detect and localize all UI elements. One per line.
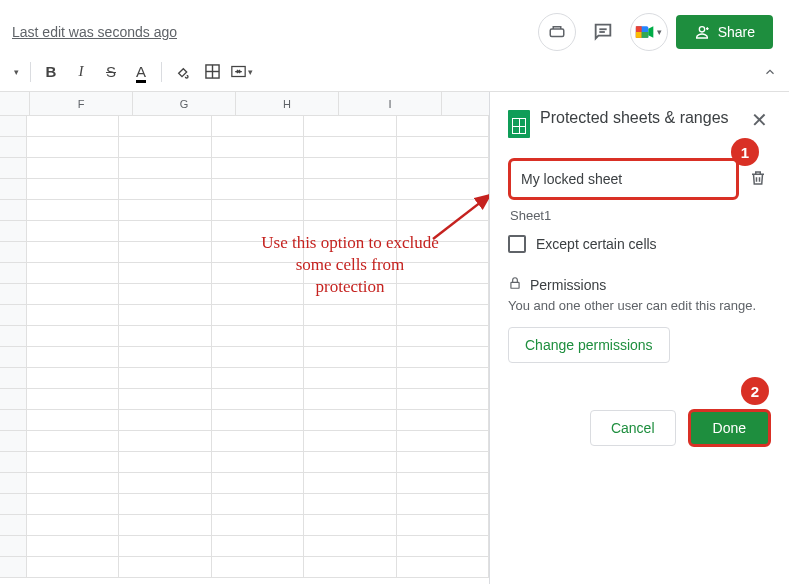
row-number[interactable] xyxy=(0,158,27,179)
row-number[interactable] xyxy=(0,515,27,536)
merge-cells-button[interactable] xyxy=(228,59,256,85)
cell[interactable] xyxy=(119,179,211,200)
cell[interactable] xyxy=(119,284,211,305)
cell[interactable] xyxy=(27,473,119,494)
cell[interactable] xyxy=(119,305,211,326)
cell[interactable] xyxy=(304,158,396,179)
row-number[interactable] xyxy=(0,242,27,263)
font-dropdown[interactable] xyxy=(6,59,24,85)
cell[interactable] xyxy=(212,116,304,137)
cell[interactable] xyxy=(304,557,396,578)
cell[interactable] xyxy=(397,326,489,347)
cell[interactable] xyxy=(212,305,304,326)
cell[interactable] xyxy=(212,179,304,200)
row-number[interactable] xyxy=(0,347,27,368)
cell[interactable] xyxy=(304,515,396,536)
cell[interactable] xyxy=(119,536,211,557)
change-permissions-button[interactable]: Change permissions xyxy=(508,327,670,363)
row-number[interactable] xyxy=(0,494,27,515)
cell[interactable] xyxy=(212,347,304,368)
cell[interactable] xyxy=(119,452,211,473)
cell[interactable] xyxy=(212,200,304,221)
cell[interactable] xyxy=(397,452,489,473)
cell[interactable] xyxy=(27,158,119,179)
text-color-button[interactable]: A xyxy=(127,59,155,85)
cell[interactable] xyxy=(304,116,396,137)
cell[interactable] xyxy=(212,473,304,494)
cell[interactable] xyxy=(397,116,489,137)
cell[interactable] xyxy=(397,431,489,452)
cell[interactable] xyxy=(397,368,489,389)
cell[interactable] xyxy=(304,305,396,326)
row-number[interactable] xyxy=(0,284,27,305)
cell[interactable] xyxy=(119,410,211,431)
cell[interactable] xyxy=(397,410,489,431)
cell[interactable] xyxy=(119,221,211,242)
delete-icon[interactable] xyxy=(745,164,771,195)
bold-button[interactable]: B xyxy=(37,59,65,85)
cell[interactable] xyxy=(27,536,119,557)
cell[interactable] xyxy=(119,158,211,179)
cell[interactable] xyxy=(212,557,304,578)
cell[interactable] xyxy=(119,263,211,284)
cell[interactable] xyxy=(212,389,304,410)
cell[interactable] xyxy=(119,200,211,221)
row-number[interactable] xyxy=(0,389,27,410)
cell[interactable] xyxy=(27,494,119,515)
done-button[interactable]: Done xyxy=(688,409,771,447)
cell[interactable] xyxy=(304,179,396,200)
meet-icon[interactable]: ▾ xyxy=(630,13,668,51)
column-header[interactable]: G xyxy=(133,92,236,115)
row-number[interactable] xyxy=(0,536,27,557)
cell[interactable] xyxy=(119,494,211,515)
row-number[interactable] xyxy=(0,221,27,242)
cell[interactable] xyxy=(27,347,119,368)
cell[interactable] xyxy=(119,137,211,158)
comments-icon[interactable] xyxy=(584,13,622,51)
row-number[interactable] xyxy=(0,200,27,221)
cell[interactable] xyxy=(397,473,489,494)
cell[interactable] xyxy=(119,326,211,347)
row-number[interactable] xyxy=(0,557,27,578)
cell[interactable] xyxy=(212,431,304,452)
cell[interactable] xyxy=(27,557,119,578)
cell[interactable] xyxy=(119,389,211,410)
cell[interactable] xyxy=(27,515,119,536)
cell[interactable] xyxy=(397,389,489,410)
cell[interactable] xyxy=(304,389,396,410)
cell[interactable] xyxy=(119,557,211,578)
share-button[interactable]: Share xyxy=(676,15,773,49)
cell[interactable] xyxy=(27,305,119,326)
collapse-toolbar-button[interactable] xyxy=(757,59,783,85)
cell[interactable] xyxy=(397,305,489,326)
cell[interactable] xyxy=(212,158,304,179)
cell[interactable] xyxy=(119,116,211,137)
cell[interactable] xyxy=(397,200,489,221)
cell[interactable] xyxy=(212,536,304,557)
cell[interactable] xyxy=(119,515,211,536)
cell[interactable] xyxy=(119,242,211,263)
cell[interactable] xyxy=(304,494,396,515)
cell[interactable] xyxy=(27,389,119,410)
column-header[interactable]: F xyxy=(30,92,133,115)
cell[interactable] xyxy=(212,368,304,389)
cell[interactable] xyxy=(119,431,211,452)
cell[interactable] xyxy=(27,452,119,473)
cell[interactable] xyxy=(27,179,119,200)
cell[interactable] xyxy=(397,557,489,578)
cell[interactable] xyxy=(27,431,119,452)
cell[interactable] xyxy=(27,242,119,263)
cell[interactable] xyxy=(304,431,396,452)
cell[interactable] xyxy=(304,452,396,473)
cell[interactable] xyxy=(27,284,119,305)
cell[interactable] xyxy=(119,368,211,389)
description-input[interactable] xyxy=(508,158,739,200)
cell[interactable] xyxy=(304,347,396,368)
cell[interactable] xyxy=(27,137,119,158)
cell[interactable] xyxy=(212,515,304,536)
borders-button[interactable] xyxy=(198,59,226,85)
close-icon[interactable]: ✕ xyxy=(747,108,771,132)
meet-history-icon[interactable] xyxy=(538,13,576,51)
except-cells-checkbox[interactable] xyxy=(508,235,526,253)
column-header[interactable]: I xyxy=(339,92,442,115)
